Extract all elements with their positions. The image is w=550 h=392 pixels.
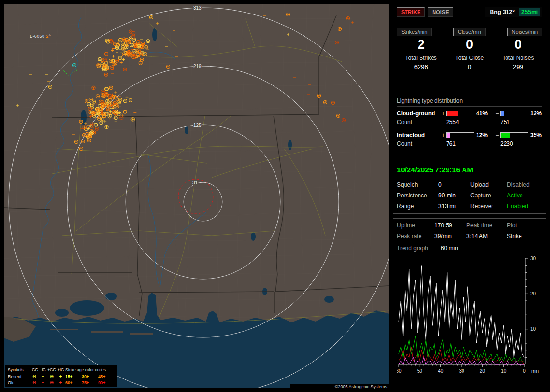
noise-mode-button[interactable]: NOISE (428, 7, 453, 17)
session-panel: Uptime 170:59 Peak time Plot Peak rate 3… (393, 218, 546, 386)
spacer (397, 127, 542, 130)
station-label: L-6050 2^ (30, 34, 51, 39)
svg-text:60: 60 (397, 368, 402, 374)
ic-pos-bar (446, 132, 474, 138)
ic-neg-pct: 35% (528, 132, 542, 139)
ic-pos-pct: 12% (474, 132, 494, 139)
station-label-prefix: L-6050 (30, 34, 46, 39)
strikes-per-min-chip: Strikes/min (397, 28, 432, 36)
station-label-suffix: ^ (49, 34, 51, 39)
capture-label: Capture (470, 192, 507, 199)
strike-mode-button[interactable]: STRIKE (397, 7, 425, 17)
age-30: 30+ (82, 374, 98, 379)
legend-old-label: Old (8, 380, 30, 385)
datetime-display: 10/24/2025 7:29:16 AM (397, 165, 542, 177)
intracloud-label: Intracloud (397, 132, 440, 139)
ic-neg-bar (500, 132, 528, 138)
range-label: Range (397, 203, 438, 210)
cg-neg-pct: 12% (528, 110, 542, 117)
circle-plus-icon: ⊕ (47, 380, 56, 385)
sidebar: STRIKE NOISE Bng 312° 255mi Strikes/min … (393, 4, 546, 388)
plus-sign: + (440, 132, 446, 139)
receiver-status: Enabled (507, 203, 542, 210)
legend-recent-row: Recent ⊖ − ⊕ + 15+ 30+ 45+ (8, 373, 115, 379)
minus-sign: − (494, 110, 500, 117)
uptime-label: Uptime (397, 222, 434, 229)
minus-sign: − (494, 132, 500, 139)
close-per-min-value: 0 (445, 37, 493, 52)
svg-text:20: 20 (480, 368, 486, 374)
lightning-map[interactable]: 313 219 125 31 L-6050 2^ Symbols -CG -IC… (4, 4, 389, 388)
cloud-ground-label: Cloud-ground (397, 110, 440, 117)
range-value: 313 mi (438, 203, 470, 210)
legend-col-neg-cg: -CG (30, 367, 39, 372)
svg-text:min: min (531, 368, 539, 374)
cg-pos-bar-fill (447, 111, 458, 116)
legend-recent-label: Recent (8, 374, 30, 379)
persistence-label: Persistence (397, 192, 438, 199)
legend-col-pos-ic: +IC (56, 367, 65, 372)
svg-text:30: 30 (459, 368, 464, 374)
uptime-value: 170:59 (434, 222, 466, 229)
legend-header-row: Symbols -CG -IC +CG +IC Strike age color… (8, 366, 115, 373)
distance-value: 255mi (519, 8, 540, 16)
ic-neg-count: 2230 (500, 140, 542, 147)
ic-pos-bar-fill (447, 133, 450, 138)
distribution-panel: Lightning type distribution Cloud-ground… (393, 95, 546, 157)
persistence-value: 90 min (438, 192, 470, 199)
noises-per-min-value: 0 (494, 37, 542, 52)
plus-sign: + (440, 110, 446, 117)
totals-labels-row: Total Strikes Total Close Total Noises (397, 55, 542, 61)
capture-status: Active (507, 192, 542, 199)
age-15: 15+ (65, 374, 82, 379)
cg-pos-bar (446, 111, 474, 116)
upload-label: Upload (470, 182, 507, 188)
age-45: 45+ (98, 374, 115, 379)
ring-label-313: 313 (193, 5, 202, 11)
map-canvas[interactable]: 313 219 125 31 (4, 4, 389, 388)
total-noises-value: 299 (494, 63, 542, 70)
svg-text:10: 10 (530, 326, 536, 332)
plus-icon: + (56, 374, 65, 379)
bearing-distance-box: Bng 312° 255mi (485, 7, 542, 17)
total-noises-label: Total Noises (494, 55, 542, 61)
session-grid: Uptime 170:59 Peak time Plot Peak rate 3… (397, 222, 542, 239)
status-panel: 10/24/2025 7:29:16 AM Squelch 0 Upload D… (393, 162, 546, 214)
legend-symbols-title: Symbols (8, 367, 30, 372)
svg-text:50: 50 (417, 368, 423, 374)
cg-count-label: Count (397, 119, 440, 126)
copyright: ©2005 Astrogenic Systems (290, 384, 390, 390)
ring-label-219: 219 (193, 64, 202, 69)
squelch-value: 0 (438, 182, 470, 188)
trend-graph: 1020306050403020100min (397, 255, 542, 377)
plus-icon: + (56, 380, 65, 385)
peak-rate-label: Peak rate (397, 233, 434, 239)
trend-graph-value: 60 min (441, 245, 458, 252)
distribution-grid: Cloud-ground + 41% − 12% Count 2554 751 … (397, 110, 542, 147)
circle-minus-icon: ⊖ (30, 374, 39, 379)
trend-graph-label: Trend graph (397, 245, 428, 252)
cg-pos-count: 2554 (446, 119, 494, 126)
peak-time-label: Peak time (466, 222, 507, 229)
ic-neg-bar-fill (501, 133, 510, 138)
total-strikes-label: Total Strikes (397, 55, 445, 61)
cg-neg-bar (500, 111, 528, 116)
peak-rate-value: 39/min (434, 233, 466, 239)
plot-value: Strike (507, 233, 542, 239)
circle-minus-icon: ⊖ (30, 380, 39, 385)
svg-text:0: 0 (523, 368, 526, 374)
total-close-value: 0 (445, 63, 493, 70)
age-60: 60+ (65, 380, 82, 385)
total-close-label: Total Close (445, 55, 493, 61)
legend-col-pos-cg: +CG (47, 367, 56, 372)
ring-label-125: 125 (193, 123, 202, 128)
squelch-label: Squelch (397, 182, 438, 188)
cg-pos-pct: 41% (474, 110, 494, 117)
age-90: 90+ (98, 380, 115, 385)
strikes-per-min-value: 2 (397, 37, 445, 52)
svg-text:40: 40 (438, 368, 444, 374)
noises-per-min-chip: Noises/min (507, 28, 542, 36)
ic-count-label: Count (397, 140, 440, 147)
rate-values-row: 2 0 0 (397, 37, 542, 52)
trend-row: Trend graph 60 min (397, 245, 542, 252)
